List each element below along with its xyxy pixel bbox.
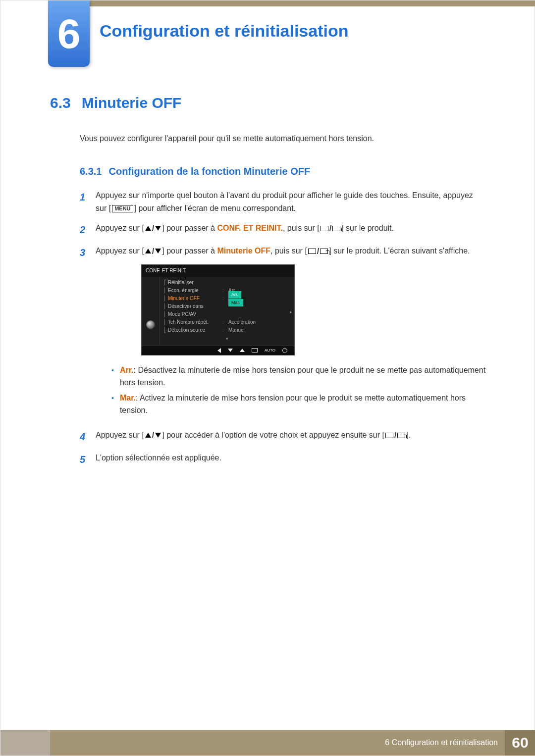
triangle-up-icon [145, 433, 151, 438]
osd-row-mode-pcav: ⎢Mode PC/AV [160, 310, 294, 318]
bullet-dot-icon: • [111, 364, 114, 389]
osd-footer-down-icon [228, 348, 233, 354]
step-text: Appuyez sur [ [96, 247, 144, 255]
subsection-heading-row: 6.3.1 Configuration de la fonction Minut… [80, 166, 486, 177]
osd-label: Tch Nombre répét. [168, 318, 222, 326]
step-number: 3 [80, 245, 89, 422]
up-down-arrow-icon: / [145, 222, 161, 235]
enter-icon [320, 249, 328, 254]
source-enter-icon: / [385, 429, 405, 442]
osd-row-tch-nombre: ⎢Tch Nombre répét.:Accélération [160, 318, 294, 326]
enter-icon [397, 433, 405, 438]
section-intro: Vous pouvez configurer l'appareil pour q… [80, 133, 486, 144]
bullet-desc: : Désactivez la minuterie de mise hors t… [120, 366, 485, 387]
osd-row-detection-source: ⎣Détection source:Manuel [160, 326, 294, 334]
step-number: 1 [80, 189, 89, 214]
osd-footer-auto-label: AUTO [265, 348, 275, 354]
osd-label: Désactiver dans [168, 302, 222, 310]
bullet-desc: : Activez la minuterie de mise hors tens… [120, 394, 466, 414]
bullet-dot-icon: • [111, 392, 114, 417]
section-title: Minuterie OFF [82, 95, 182, 111]
triangle-down-icon [155, 226, 161, 231]
section-heading-row: 6.3 Minuterie OFF [50, 95, 486, 111]
step-number: 5 [80, 452, 89, 467]
footer-bar: 6 Configuration et réinitialisation 60 [50, 730, 535, 756]
step-text: ] pour passer à [162, 224, 217, 232]
osd-scroll-down-icon: ▾ [160, 334, 294, 343]
osd-footer-up-icon [240, 348, 245, 354]
triangle-up-icon [145, 226, 151, 231]
step-text: ] pour afficher l'écran de menu correspo… [134, 204, 296, 212]
up-down-arrow-icon: / [145, 245, 161, 258]
footer-chapter-text: 6 Configuration et réinitialisation [385, 738, 498, 747]
triangle-down-icon [155, 433, 161, 438]
osd-title: CONF. ET REINIT. [142, 265, 294, 277]
osd-footer-bar: AUTO [142, 346, 294, 355]
step-text: ] sur le produit. [341, 224, 394, 232]
osd-value: Arr.Mar. [226, 291, 294, 306]
step-text: Appuyez sur [ [96, 224, 144, 232]
enter-icon [332, 226, 340, 231]
osd-value: Accélération [226, 318, 294, 326]
osd-menu-list: ⎡Réinitialiser ⎢Econ. énergie:Arr. ⎢Minu… [160, 277, 294, 345]
step-body: Appuyez sur [/] pour passer à CONF. ET R… [96, 222, 486, 238]
osd-label: Réinitialiser [168, 279, 222, 287]
bullet-mar: • Mar.: Activez la minuterie de mise hor… [111, 392, 486, 417]
step-2: 2 Appuyez sur [/] pour passer à CONF. ET… [80, 222, 486, 238]
step-text: , puis sur [ [270, 247, 307, 255]
main-content: 6.3 Minuterie OFF Vous pouvez configurer… [50, 95, 486, 474]
menu-button-label: MENU [112, 205, 133, 212]
osd-label: Mode PC/AV [168, 310, 222, 318]
step-body: Appuyez sur [/] pour passer à Minuterie … [96, 245, 486, 422]
subsection-number: 6.3.1 [80, 166, 102, 177]
up-down-arrow-icon: / [145, 429, 161, 442]
chapter-title: Configuration et réinitialisation [100, 21, 348, 41]
subsection-title: Configuration de la fonction Minuterie O… [108, 166, 310, 177]
header-khaki-strip [48, 0, 535, 6]
step-text: ] pour passer à [162, 247, 217, 255]
triangle-up-icon [145, 249, 151, 253]
osd-screenshot: CONF. ET REINIT. ⎡Réinitialiser ⎢Econ. é… [141, 264, 295, 355]
step-text: Appuyez sur [ [96, 431, 144, 439]
osd-body: ⎡Réinitialiser ⎢Econ. énergie:Arr. ⎢Minu… [142, 277, 294, 345]
highlight-conf-reinit: CONF. ET REINIT. [217, 224, 282, 232]
osd-label: Minuterie OFF [168, 295, 222, 302]
step-text: ] sur le produit. L'écran suivant s'affi… [329, 247, 470, 255]
osd-row-reinitialiser: ⎡Réinitialiser [160, 279, 294, 287]
steps-list: 1 Appuyez sur n'importe quel bouton à l'… [80, 189, 486, 467]
header-left-gap [0, 0, 48, 6]
footer-left-block [0, 730, 50, 756]
osd-value: Manuel [226, 326, 294, 334]
step-text: L'option sélectionnée est appliquée. [96, 454, 221, 462]
step-text: ]. [406, 431, 411, 439]
osd-footer-power-icon [282, 348, 287, 354]
osd-option-arr: Arr. [228, 291, 241, 298]
step-number: 2 [80, 222, 89, 238]
highlight-arr: Arr. [120, 366, 134, 374]
step-body: Appuyez sur [/] pour accéder à l'option … [96, 429, 486, 445]
osd-footer-back-icon [217, 348, 221, 354]
highlight-mar: Mar. [120, 394, 136, 402]
osd-label: Détection source [168, 326, 222, 334]
section-number: 6.3 [50, 95, 71, 111]
bullet-text: Mar.: Activez la minuterie de mise hors … [120, 392, 486, 417]
step-text: ] pour accéder à l'option de votre choix… [162, 431, 384, 439]
rect-icon [385, 433, 393, 438]
rect-icon [321, 226, 328, 231]
step-1: 1 Appuyez sur n'importe quel bouton à l'… [80, 189, 486, 214]
step-4: 4 Appuyez sur [/] pour accéder à l'optio… [80, 429, 486, 445]
document-page: 6 Configuration et réinitialisation 6.3 … [0, 0, 535, 756]
highlight-minuterie-off: Minuterie OFF [217, 247, 270, 255]
chapter-number-badge: 6 [48, 0, 90, 67]
step-number: 4 [80, 429, 89, 445]
step-body: Appuyez sur n'importe quel bouton à l'av… [96, 189, 486, 214]
jog-wheel-icon [146, 320, 155, 329]
osd-row-minuterie-off: ⎢Minuterie OFF:Arr.Mar. [160, 295, 294, 302]
osd-right-caret-icon: ▸ [290, 308, 292, 315]
bullet-arr: • Arr.: Désactivez la minuterie de mise … [111, 364, 486, 389]
source-enter-icon: / [308, 245, 328, 258]
step-text: , puis sur [ [283, 224, 320, 232]
step-body: L'option sélectionnée est appliquée. [96, 452, 486, 467]
footer-band: 6 Configuration et réinitialisation 60 [0, 730, 535, 756]
step-5: 5 L'option sélectionnée est appliquée. [80, 452, 486, 467]
